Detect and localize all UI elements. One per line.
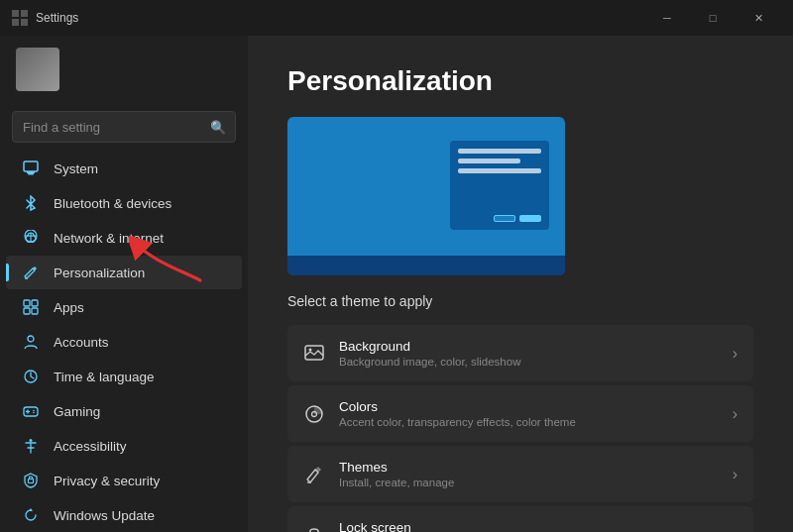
time-icon	[22, 368, 40, 385]
sidebar-item-update[interactable]: Windows Update	[6, 498, 242, 532]
theme-preview	[287, 117, 565, 275]
titlebar: Settings ─ □ ✕	[0, 0, 793, 36]
main-layout: 🔍 System	[0, 36, 793, 532]
preview-button-2	[519, 215, 541, 222]
minimize-button[interactable]: ─	[644, 0, 690, 36]
sidebar-label-accounts: Accounts	[54, 335, 109, 350]
sidebar-label-privacy: Privacy & security	[54, 474, 160, 488]
sidebar-label-time: Time & language	[54, 370, 155, 384]
svg-point-24	[309, 348, 312, 351]
preview-button-1	[494, 215, 515, 222]
user-profile	[0, 36, 248, 103]
titlebar-title: Settings	[36, 11, 644, 25]
background-chevron: ›	[733, 345, 737, 363]
preview-line-3	[458, 168, 541, 173]
select-theme-label: Select a theme to apply	[287, 293, 753, 309]
sidebar-label-update: Windows Update	[54, 508, 155, 523]
accounts-icon	[22, 333, 40, 351]
svg-rect-2	[12, 19, 19, 26]
system-icon	[22, 160, 40, 177]
sidebar: 🔍 System	[0, 36, 248, 532]
svg-rect-11	[32, 300, 38, 306]
sidebar-item-personalization[interactable]: Personalization	[6, 256, 242, 289]
settings-window: Settings ─ □ ✕ 🔍	[0, 0, 793, 532]
settings-item-themes[interactable]: Themes Install, create, manage ›	[287, 446, 753, 502]
lockscreen-title: Lock screen	[339, 520, 719, 532]
sidebar-item-time[interactable]: Time & language	[6, 360, 242, 393]
background-title: Background	[339, 339, 719, 354]
settings-item-lockscreen[interactable]: Lock screen Lock screen images, apps, an…	[287, 506, 753, 532]
bluetooth-icon	[22, 194, 40, 212]
settings-item-background[interactable]: Background Background image, color, slid…	[287, 325, 753, 381]
background-desc: Background image, color, slideshow	[339, 356, 719, 368]
svg-rect-4	[24, 161, 38, 171]
gaming-icon	[22, 402, 40, 420]
colors-icon	[303, 403, 325, 425]
sidebar-label-apps: Apps	[54, 300, 84, 315]
sidebar-label-system: System	[54, 161, 98, 176]
sidebar-label-network: Network & internet	[54, 231, 164, 246]
apps-icon	[22, 298, 40, 316]
network-icon	[22, 229, 40, 247]
svg-rect-13	[32, 308, 38, 314]
sidebar-label-personalization: Personalization	[54, 266, 145, 280]
themes-chevron: ›	[733, 466, 737, 483]
avatar	[16, 48, 59, 91]
sidebar-label-accessibility: Accessibility	[54, 439, 127, 454]
app-icon	[12, 10, 28, 26]
sidebar-item-accounts[interactable]: Accounts	[6, 325, 242, 359]
search-input[interactable]	[12, 111, 236, 143]
background-text: Background Background image, color, slid…	[339, 339, 719, 368]
titlebar-controls: ─ □ ✕	[644, 0, 781, 36]
sidebar-label-bluetooth: Bluetooth & devices	[54, 196, 171, 211]
svg-rect-10	[24, 300, 30, 306]
lockscreen-text: Lock screen Lock screen images, apps, an…	[339, 520, 719, 532]
background-icon	[303, 343, 325, 365]
svg-rect-12	[24, 308, 30, 314]
update-icon	[22, 506, 40, 524]
sidebar-item-apps[interactable]: Apps	[6, 290, 242, 324]
sidebar-label-gaming: Gaming	[54, 404, 100, 419]
svg-point-21	[30, 439, 33, 442]
themes-icon	[303, 464, 325, 485]
theme-preview-taskbar	[287, 256, 565, 275]
theme-preview-window	[450, 141, 549, 230]
themes-title: Themes	[339, 460, 719, 475]
lockscreen-icon	[303, 524, 325, 533]
sidebar-item-privacy[interactable]: Privacy & security	[6, 464, 242, 497]
nav-list: System Bluetooth & devices	[0, 151, 248, 532]
sidebar-item-system[interactable]: System	[6, 152, 242, 185]
search-container: 🔍	[0, 103, 248, 151]
colors-text: Colors Accent color, transparency effect…	[339, 399, 719, 428]
preview-line-2	[458, 159, 520, 163]
colors-chevron: ›	[733, 405, 737, 423]
sidebar-item-accessibility[interactable]: Accessibility	[6, 429, 242, 463]
svg-point-20	[33, 412, 35, 414]
sidebar-item-gaming[interactable]: Gaming	[6, 394, 242, 428]
svg-rect-1	[21, 10, 28, 17]
close-button[interactable]: ✕	[736, 0, 781, 36]
accessibility-icon	[22, 437, 40, 455]
right-panel: Personalization Select a theme to apply	[248, 36, 793, 532]
svg-rect-5	[28, 173, 34, 175]
preview-line-1	[458, 149, 541, 154]
settings-list: Background Background image, color, slid…	[287, 325, 753, 532]
personalization-icon	[22, 264, 40, 281]
sidebar-item-bluetooth[interactable]: Bluetooth & devices	[6, 186, 242, 220]
svg-point-14	[28, 336, 34, 342]
svg-rect-22	[29, 479, 34, 483]
lockscreen-chevron: ›	[733, 526, 737, 533]
maximize-button[interactable]: □	[690, 0, 736, 36]
themes-desc: Install, create, manage	[339, 477, 719, 488]
page-title: Personalization	[287, 65, 753, 97]
svg-rect-3	[21, 19, 28, 26]
colors-desc: Accent color, transparency effects, colo…	[339, 416, 719, 428]
themes-text: Themes Install, create, manage	[339, 460, 719, 488]
svg-point-19	[33, 410, 35, 412]
svg-rect-6	[27, 171, 35, 173]
privacy-icon	[22, 472, 40, 489]
svg-rect-0	[12, 10, 19, 17]
colors-title: Colors	[339, 399, 719, 414]
sidebar-item-network[interactable]: Network & internet	[6, 221, 242, 255]
settings-item-colors[interactable]: Colors Accent color, transparency effect…	[287, 385, 753, 442]
